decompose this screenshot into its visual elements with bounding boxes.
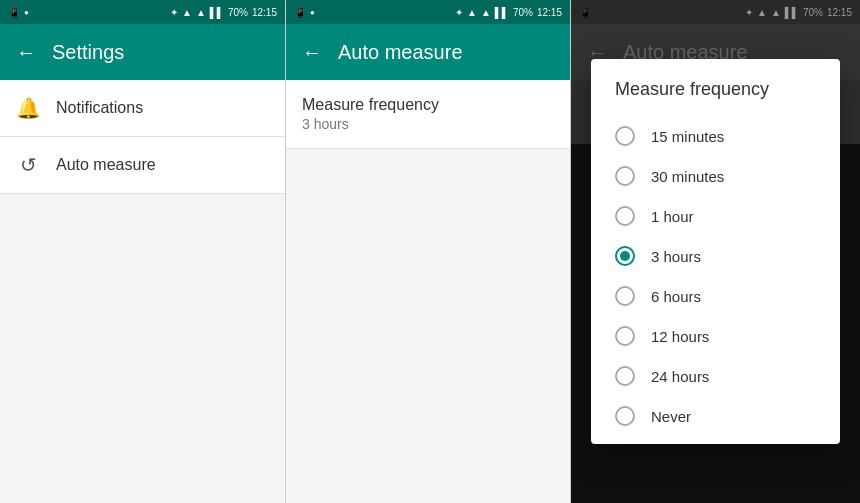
status-bar-2: 📱 ● ✦ ▲ ▲ ▌▌ 70% 12:15 [286, 0, 570, 24]
auto-measure-title: Auto measure [338, 41, 463, 64]
status-bar-right-2: ✦ ▲ ▲ ▌▌ 70% 12:15 [455, 7, 562, 18]
radio-circle-15min [615, 126, 635, 146]
battery-pct-1: 70% [228, 7, 248, 18]
settings-list: 🔔 Notifications ↺ Auto measure [0, 80, 285, 194]
radio-15min[interactable]: 15 minutes [591, 116, 840, 156]
dialog-overlay[interactable]: Measure frequency 15 minutes 30 minutes … [571, 0, 860, 503]
network-icon-2: ▲ [481, 7, 491, 18]
notifications-label: Notifications [56, 99, 143, 117]
bluetooth-icon-1: ✦ [170, 7, 178, 18]
status-bar-left-2: 📱 ● [294, 7, 315, 18]
radio-24hr[interactable]: 24 hours [591, 356, 840, 396]
bluetooth-icon-2: ✦ [455, 7, 463, 18]
auto-measure-label: Auto measure [56, 156, 156, 174]
settings-panel: 📱 ● ✦ ▲ ▲ ▌▌ 70% 12:15 ← Settings 🔔 Noti… [0, 0, 285, 503]
settings-title: Settings [52, 41, 124, 64]
measure-list: Measure frequency 3 hours [286, 80, 570, 149]
battery-pct-2: 70% [513, 7, 533, 18]
radio-label-never: Never [651, 408, 691, 425]
phone-icon: 📱 [8, 7, 20, 18]
radio-circle-12hr [615, 326, 635, 346]
notification-icon: 🔔 [16, 96, 40, 120]
measure-frequency-item[interactable]: Measure frequency 3 hours [286, 80, 570, 149]
app-bar-1: ← Settings [0, 24, 285, 80]
auto-measure-panel: 📱 ● ✦ ▲ ▲ ▌▌ 70% 12:15 ← Auto measure Me… [285, 0, 570, 503]
signal-bars-1: ▌▌ [210, 7, 224, 18]
frequency-dialog: Measure frequency 15 minutes 30 minutes … [591, 59, 840, 444]
radio-label-3hr: 3 hours [651, 248, 701, 265]
signal-bars-2: ▌▌ [495, 7, 509, 18]
radio-label-12hr: 12 hours [651, 328, 709, 345]
settings-item-notifications[interactable]: 🔔 Notifications [0, 80, 285, 137]
time-1: 12:15 [252, 7, 277, 18]
time-2: 12:15 [537, 7, 562, 18]
radio-circle-6hr [615, 286, 635, 306]
radio-circle-3hr [615, 246, 635, 266]
network-icon-1: ▲ [196, 7, 206, 18]
settings-item-auto-measure[interactable]: ↺ Auto measure [0, 137, 285, 194]
signal-icon-1: ● [24, 8, 29, 17]
radio-label-1hr: 1 hour [651, 208, 694, 225]
app-bar-2: ← Auto measure [286, 24, 570, 80]
radio-6hr[interactable]: 6 hours [591, 276, 840, 316]
radio-never[interactable]: Never [591, 396, 840, 436]
radio-circle-24hr [615, 366, 635, 386]
auto-measure-icon: ↺ [16, 153, 40, 177]
measure-frequency-title: Measure frequency [302, 96, 554, 114]
radio-1hr[interactable]: 1 hour [591, 196, 840, 236]
radio-label-15min: 15 minutes [651, 128, 724, 145]
radio-label-30min: 30 minutes [651, 168, 724, 185]
radio-circle-never [615, 406, 635, 426]
signal-icon-2: ● [310, 8, 315, 17]
wifi-icon-2: ▲ [467, 7, 477, 18]
wifi-icon-1: ▲ [182, 7, 192, 18]
dialog-panel: 📱 ✦ ▲ ▲ ▌▌ 70% 12:15 ← Auto measure Meas… [570, 0, 860, 503]
dialog-title: Measure frequency [591, 79, 840, 116]
phone-icon-2: 📱 [294, 7, 306, 18]
measure-frequency-value: 3 hours [302, 116, 554, 132]
radio-label-6hr: 6 hours [651, 288, 701, 305]
back-button-2[interactable]: ← [302, 41, 322, 64]
radio-circle-30min [615, 166, 635, 186]
radio-30min[interactable]: 30 minutes [591, 156, 840, 196]
status-bar-left-1: 📱 ● [8, 7, 29, 18]
radio-circle-1hr [615, 206, 635, 226]
status-bar-1: 📱 ● ✦ ▲ ▲ ▌▌ 70% 12:15 [0, 0, 285, 24]
back-button-1[interactable]: ← [16, 41, 36, 64]
radio-3hr[interactable]: 3 hours [591, 236, 840, 276]
radio-label-24hr: 24 hours [651, 368, 709, 385]
radio-12hr[interactable]: 12 hours [591, 316, 840, 356]
status-bar-right-1: ✦ ▲ ▲ ▌▌ 70% 12:15 [170, 7, 277, 18]
